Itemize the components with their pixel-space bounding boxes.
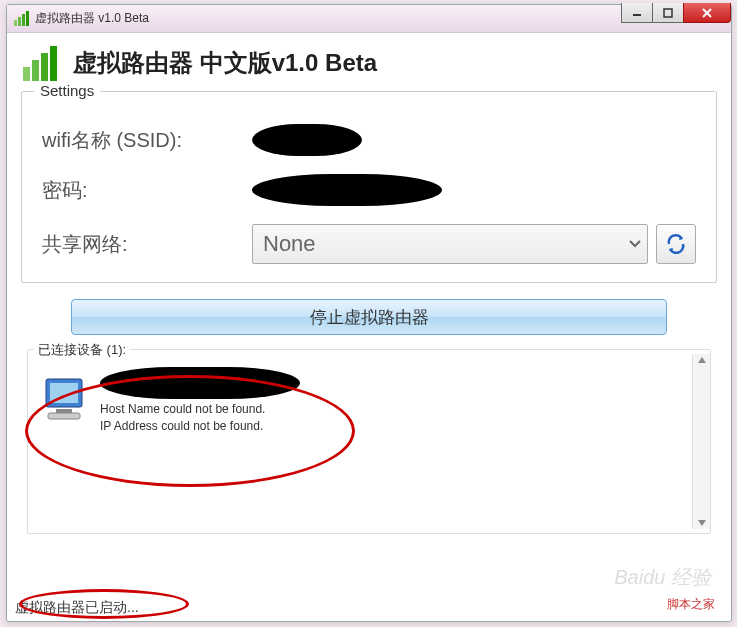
scroll-up-icon (697, 356, 707, 364)
svg-rect-8 (23, 67, 30, 81)
close-icon (701, 7, 713, 19)
device-item[interactable]: Host Name could not be found. IP Address… (38, 367, 700, 435)
scroll-down-icon (697, 519, 707, 527)
stop-router-button[interactable]: 停止虚拟路由器 (71, 299, 667, 335)
status-text: 虚拟路由器已启动... (15, 599, 139, 617)
svg-rect-0 (14, 20, 17, 26)
window-controls (622, 3, 731, 23)
device-info: Host Name could not be found. IP Address… (100, 367, 300, 435)
minimize-button[interactable] (621, 3, 653, 23)
device-list: Host Name could not be found. IP Address… (38, 367, 700, 523)
share-selected-value: None (263, 231, 316, 257)
header: 虚拟路由器 中文版v1.0 Beta (21, 43, 717, 83)
app-icon (13, 11, 29, 27)
content-area: 虚拟路由器 中文版v1.0 Beta Settings wifi名称 (SSID… (7, 33, 731, 534)
devices-legend: 已连接设备 (1): (34, 341, 130, 359)
minimize-icon (632, 8, 642, 18)
svg-rect-5 (664, 9, 672, 17)
share-network-select[interactable]: None (252, 224, 648, 264)
ssid-input[interactable] (252, 124, 696, 156)
password-label: 密码: (42, 177, 252, 204)
share-row: 共享网络: None (42, 224, 696, 264)
close-button[interactable] (683, 3, 731, 23)
watermark-brand: Baidu 经验 (614, 564, 711, 591)
watermark-source: 脚本之家 (667, 596, 715, 613)
svg-rect-10 (41, 53, 48, 81)
share-label: 共享网络: (42, 231, 252, 258)
svg-rect-15 (48, 413, 80, 419)
page-title: 虚拟路由器 中文版v1.0 Beta (73, 47, 377, 79)
refresh-icon (665, 233, 687, 255)
settings-legend: Settings (34, 82, 100, 99)
stop-button-label: 停止虚拟路由器 (310, 306, 429, 329)
svg-rect-9 (32, 60, 39, 81)
header-icon (21, 43, 61, 83)
password-row: 密码: (42, 174, 696, 206)
device-hostname-msg: Host Name could not be found. (100, 401, 300, 418)
window-title: 虚拟路由器 v1.0 Beta (35, 10, 149, 27)
settings-group: Settings wifi名称 (SSID): 密码: 共享网络: None (21, 91, 717, 283)
svg-rect-1 (18, 17, 21, 26)
svg-rect-11 (50, 46, 57, 81)
computer-icon (38, 373, 90, 425)
redacted-ssid (252, 124, 362, 156)
chevron-down-icon (629, 240, 641, 248)
password-input[interactable] (252, 174, 696, 206)
devices-group: 已连接设备 (1): Host Name could not be found. (27, 349, 711, 534)
svg-rect-3 (26, 11, 29, 26)
titlebar: 虚拟路由器 v1.0 Beta (7, 5, 731, 33)
redacted-device-name (100, 367, 300, 399)
ssid-label: wifi名称 (SSID): (42, 127, 252, 154)
ssid-row: wifi名称 (SSID): (42, 124, 696, 156)
scrollbar[interactable] (692, 354, 710, 529)
svg-rect-14 (56, 409, 72, 413)
redacted-password (252, 174, 442, 206)
svg-rect-2 (22, 14, 25, 26)
maximize-button[interactable] (652, 3, 684, 23)
app-window: 虚拟路由器 v1.0 Beta 虚拟路由器 中文版v1.0 Beta Setti… (6, 4, 732, 622)
refresh-button[interactable] (656, 224, 696, 264)
device-ip-msg: IP Address could not be found. (100, 418, 300, 435)
svg-rect-13 (50, 383, 78, 403)
maximize-icon (663, 8, 673, 18)
